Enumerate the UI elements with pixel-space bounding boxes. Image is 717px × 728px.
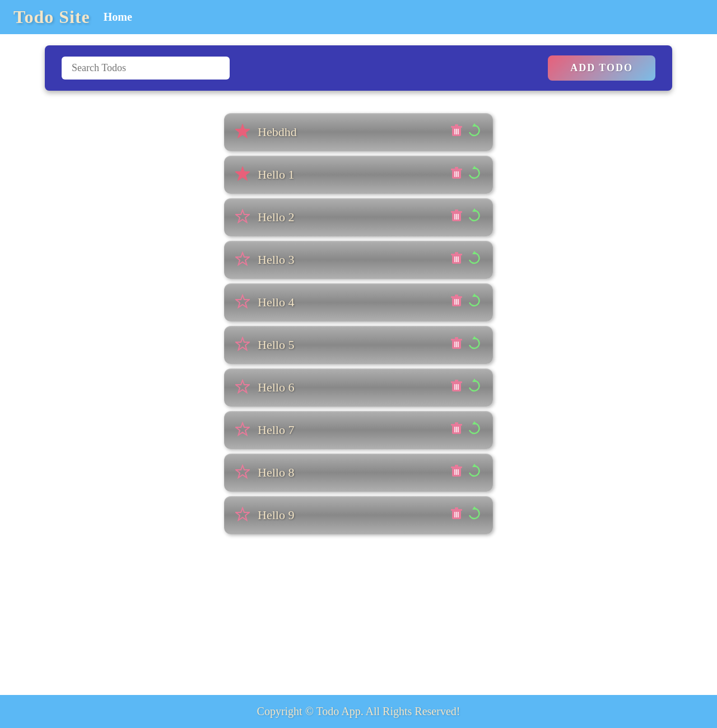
todo-list: Hebdhd [0,91,717,695]
svg-rect-11 [455,167,458,169]
refresh-icon[interactable] [467,208,482,226]
todo-left: Hebdhd [235,124,297,141]
svg-marker-40 [236,338,249,350]
svg-marker-0 [236,125,249,137]
svg-rect-43 [455,337,458,339]
todo-item: Hello 9 [224,496,493,534]
todo-right [450,421,482,439]
trash-svg [450,208,463,223]
trash-svg [450,506,463,521]
refresh-icon[interactable] [467,123,482,141]
app-footer: Copyright © Todo App. All Rights Reserve… [0,695,717,728]
refresh-icon[interactable] [467,251,482,269]
trash-icon[interactable] [450,208,463,226]
trash-svg [450,166,463,180]
svg-marker-55 [472,379,477,382]
svg-marker-56 [236,423,249,435]
star-icon[interactable] [235,507,250,524]
todo-text: Hello 4 [258,295,294,310]
star-icon[interactable] [235,379,250,396]
todo-text: Hello 1 [258,167,294,182]
star-svg [235,209,250,223]
star-svg [235,464,250,479]
todo-right [450,166,482,184]
svg-rect-10 [451,169,462,170]
trash-icon[interactable] [450,166,463,184]
search-input[interactable] [62,57,230,80]
svg-marker-39 [472,293,477,297]
refresh-icon[interactable] [467,506,482,524]
trash-svg [450,251,463,265]
star-icon[interactable] [235,422,250,439]
todo-left: Hello 7 [235,422,294,439]
svg-rect-51 [455,380,458,381]
refresh-icon[interactable] [467,421,482,439]
trash-svg [450,421,463,436]
todo-text: Hello 9 [258,508,294,522]
svg-rect-67 [455,465,458,466]
svg-marker-7 [472,123,477,127]
trash-svg [450,336,463,351]
star-icon[interactable] [235,124,250,141]
svg-rect-34 [451,296,462,298]
svg-marker-31 [472,251,477,254]
todo-left: Hello 6 [235,379,294,396]
star-icon[interactable] [235,209,250,226]
todo-item: Hello 5 [224,326,493,364]
trash-svg [450,123,463,138]
app-title: Todo Site [13,7,90,27]
app-header: Todo Site Home [0,0,717,34]
refresh-svg [467,336,482,351]
svg-marker-32 [236,295,249,307]
trash-icon[interactable] [450,379,463,396]
trash-icon[interactable] [450,123,463,141]
trash-icon[interactable] [450,336,463,354]
star-icon[interactable] [235,294,250,311]
todo-left: Hello 3 [235,251,294,269]
trash-svg [450,379,463,393]
refresh-icon[interactable] [467,464,482,482]
todo-text: Hello 2 [258,210,294,225]
star-icon[interactable] [235,464,250,482]
svg-rect-50 [451,381,462,383]
trash-icon[interactable] [450,464,463,482]
star-icon[interactable] [235,337,250,354]
svg-rect-26 [451,254,462,255]
todo-item: Hello 2 [224,198,493,236]
trash-icon[interactable] [450,421,463,439]
trash-icon[interactable] [450,506,463,524]
add-todo-button[interactable]: ADD TODO [548,55,655,81]
star-svg [235,166,250,181]
todo-item: Hello 8 [224,454,493,492]
svg-marker-64 [236,465,249,478]
trash-svg [450,293,463,308]
star-icon[interactable] [235,251,250,269]
svg-rect-42 [451,339,462,340]
svg-rect-27 [455,252,458,254]
svg-marker-71 [472,464,477,467]
refresh-icon[interactable] [467,336,482,354]
svg-marker-48 [236,380,249,393]
todo-right [450,506,482,524]
svg-rect-2 [451,126,462,128]
todo-text: Hello 3 [258,253,294,267]
nav-home[interactable]: Home [104,11,132,24]
refresh-icon[interactable] [467,293,482,311]
svg-rect-59 [455,422,458,424]
todo-item: Hello 6 [224,368,493,407]
refresh-svg [467,421,482,436]
todo-left: Hello 1 [235,166,294,184]
svg-rect-18 [451,211,462,213]
star-svg [235,294,250,309]
svg-marker-47 [472,336,477,339]
star-icon[interactable] [235,166,250,184]
refresh-icon[interactable] [467,166,482,184]
refresh-icon[interactable] [467,379,482,396]
refresh-svg [467,123,482,138]
todo-right [450,336,482,354]
trash-icon[interactable] [450,251,463,269]
star-svg [235,507,250,521]
todo-right [450,208,482,226]
trash-icon[interactable] [450,293,463,311]
svg-marker-8 [236,167,249,180]
